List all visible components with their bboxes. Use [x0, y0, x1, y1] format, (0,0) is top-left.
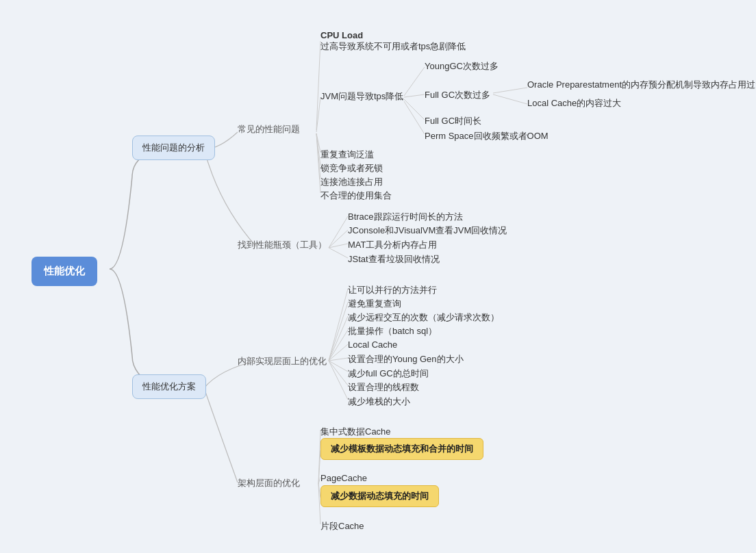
opt3-node: 减少远程交互的次数（减少请求次数） [348, 311, 499, 324]
opt1-label: 让可以并行的方法并行 [348, 285, 437, 295]
opt3-label: 减少远程交互的次数（减少请求次数） [348, 312, 499, 322]
svg-line-23 [329, 361, 348, 385]
opt2-label: 避免重复查询 [348, 298, 401, 309]
arch2-highlight-node: 减少模板数据动态填充和合并的时间 [320, 438, 483, 460]
svg-line-17 [329, 303, 348, 361]
sub-branch1-label: 常见的性能问题 [238, 124, 300, 134]
tool3-node: MAT工具分析内存占用 [348, 239, 437, 251]
sub-branch1-node: 常见的性能问题 [238, 123, 300, 136]
arch1-node: 集中式数据Cache [320, 426, 391, 438]
full-gc-count-label: Full GC次数过多 [425, 90, 490, 100]
improper-use-label: 不合理的使用集合 [320, 190, 392, 201]
young-gc-node: YoungGC次数过多 [425, 60, 499, 73]
tool2-node: JConsole和JVisualVM查看JVM回收情况 [348, 224, 507, 237]
full-gc-time-node: Full GC时间长 [425, 115, 481, 127]
repeated-query-label: 重复查询泛滥 [320, 149, 374, 159]
arch3-label: PageCache [320, 473, 367, 483]
opt9-node: 减少堆栈的大小 [348, 396, 410, 408]
arch4-highlight-label: 减少数据动态填充的时间 [331, 491, 429, 501]
svg-line-3 [404, 94, 425, 97]
cpu-load-title: CPU Load [320, 30, 466, 40]
opt8-node: 设置合理的线程数 [348, 381, 419, 394]
opt2-node: 避免重复查询 [348, 298, 401, 310]
root-node: 性能优化 [32, 257, 97, 286]
arch5-label: 片段Cache [320, 521, 364, 531]
svg-line-4 [493, 88, 527, 93]
improper-use-node: 不合理的使用集合 [320, 190, 392, 202]
root-label: 性能优化 [44, 265, 85, 276]
arch1-label: 集中式数据Cache [320, 426, 391, 437]
conn-pool-label: 连接池连接占用 [320, 177, 383, 187]
opt4-node: 批量操作（batch sql） [348, 325, 437, 337]
branch2-label: 性能优化方案 [142, 381, 196, 391]
opt5-node: Local Cache [348, 339, 397, 350]
svg-line-24 [329, 361, 348, 400]
cpu-load-sub: 过高导致系统不可用或者tps急剧降低 [320, 40, 466, 53]
lock-contention-node: 锁竞争或者死锁 [320, 162, 383, 175]
cpu-load-node: CPU Load 过高导致系统不可用或者tps急剧降低 [320, 30, 466, 53]
svg-line-15 [329, 248, 348, 258]
branch2-node: 性能优化方案 [132, 374, 206, 399]
jvm-tps-node: JVM问题导致tps降低 [320, 90, 403, 103]
tool4-node: JStat查看垃圾回收情况 [348, 253, 440, 266]
svg-line-2 [404, 67, 425, 96]
mindmap-container: 性能优化 性能问题的分析 性能优化方案 常见的性能问题 找到性能瓶颈（工具） 内… [0, 0, 756, 553]
full-gc-count-node: Full GC次数过多 [425, 89, 490, 101]
opt7-label: 减少full GC的总时间 [348, 368, 429, 378]
arch5-node: 片段Cache [320, 520, 364, 532]
tool4-label: JStat查看垃圾回收情况 [348, 254, 440, 264]
arch4-highlight-node: 减少数据动态填充的时间 [320, 485, 439, 507]
svg-line-0 [316, 41, 320, 130]
jvm-tps-label: JVM问题导致tps降低 [320, 91, 403, 101]
tool3-label: MAT工具分析内存占用 [348, 240, 437, 250]
opt8-label: 设置合理的线程数 [348, 382, 419, 392]
opt6-label: 设置合理的Young Gen的大小 [348, 354, 464, 364]
opt5-label: Local Cache [348, 339, 397, 350]
svg-line-13 [329, 230, 348, 248]
oracle-pre-label: Oracle Preparestatment的内存预分配机制导致内存占用过大 [527, 79, 756, 90]
tool2-label: JConsole和JVisualVM查看JVM回收情况 [348, 225, 507, 235]
sub-branch2-label: 找到性能瓶颈（工具） [238, 240, 327, 250]
tool1-label: Btrace跟踪运行时间长的方法 [348, 211, 463, 222]
sub-branch3-node: 内部实现层面上的优化 [238, 355, 327, 368]
svg-line-14 [329, 244, 348, 248]
arch3-node: PageCache [320, 473, 367, 483]
lock-contention-label: 锁竞争或者死锁 [320, 163, 383, 173]
local-cache-large-node: Local Cache的内容过大 [527, 97, 621, 110]
svg-line-6 [404, 99, 425, 120]
svg-line-12 [329, 216, 348, 248]
svg-line-19 [329, 330, 348, 361]
young-gc-label: YoungGC次数过多 [425, 61, 499, 71]
opt6-node: 设置合理的Young Gen的大小 [348, 353, 464, 365]
sub-branch4-label: 架构层面的优化 [238, 478, 300, 488]
opt4-label: 批量操作（batch sql） [348, 326, 437, 336]
full-gc-time-label: Full GC时间长 [425, 116, 481, 126]
opt7-node: 减少full GC的总时间 [348, 368, 429, 380]
svg-line-21 [329, 358, 348, 361]
branch1-node: 性能问题的分析 [132, 136, 215, 160]
oracle-pre-node: Oracle Preparestatment的内存预分配机制导致内存占用过大 [527, 79, 756, 91]
svg-line-16 [329, 289, 348, 361]
tool1-node: Btrace跟踪运行时间长的方法 [348, 211, 463, 223]
sub-branch3-label: 内部实现层面上的优化 [238, 356, 327, 366]
svg-line-5 [493, 94, 527, 104]
svg-line-22 [329, 361, 348, 372]
opt9-label: 减少堆栈的大小 [348, 396, 410, 407]
local-cache-large-label: Local Cache的内容过大 [527, 98, 621, 108]
repeated-query-node: 重复查询泛滥 [320, 149, 374, 161]
perm-space-label: Perm Space回收频繁或者OOM [425, 131, 549, 141]
svg-line-7 [404, 101, 425, 134]
opt1-node: 让可以并行的方法并行 [348, 284, 437, 296]
conn-pool-node: 连接池连接占用 [320, 176, 383, 188]
sub-branch2-node: 找到性能瓶颈（工具） [238, 239, 327, 251]
branch1-label: 性能问题的分析 [142, 142, 205, 153]
perm-space-node: Perm Space回收频繁或者OOM [425, 130, 549, 142]
svg-line-18 [329, 316, 348, 361]
arch2-highlight-label: 减少模板数据动态填充和合并的时间 [331, 443, 473, 454]
svg-line-20 [329, 344, 348, 361]
sub-branch4-node: 架构层面的优化 [238, 477, 300, 489]
